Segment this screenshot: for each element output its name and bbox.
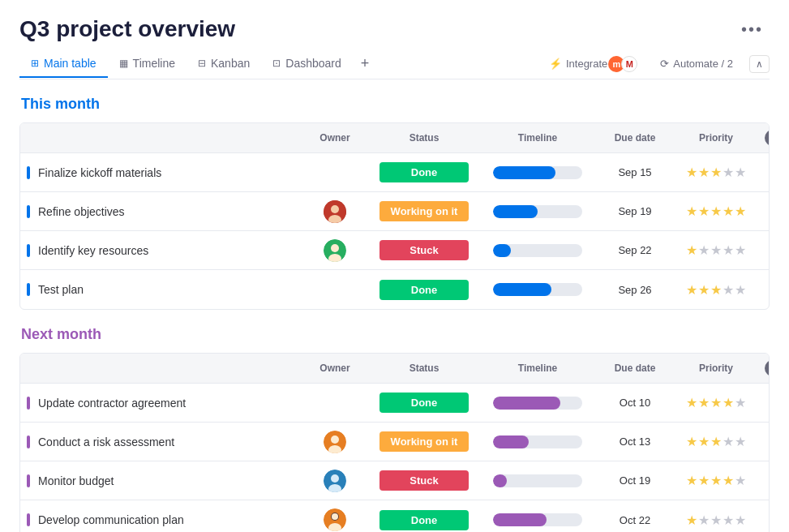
- table-row: Finalize kickoff materials Done Sep 15 ★…: [20, 153, 769, 192]
- star-1: ★: [686, 473, 697, 488]
- owner-cell: [302, 200, 367, 223]
- avatar: [324, 200, 346, 223]
- star-4: ★: [723, 204, 734, 219]
- timeline-cell: [481, 244, 594, 257]
- status-cell[interactable]: Working on it: [367, 431, 481, 452]
- star-4: ★: [723, 473, 734, 488]
- avatar-image: [324, 470, 346, 492]
- task-border: [27, 435, 30, 448]
- status-badge[interactable]: Stuck: [379, 470, 469, 491]
- next-month-header: Next month: [19, 326, 770, 343]
- star-2: ★: [698, 434, 710, 449]
- th-priority: Priority: [675, 126, 757, 150]
- avatar: [324, 508, 346, 531]
- due-date-cell: Sep 15: [594, 166, 675, 178]
- star-5: ★: [735, 434, 746, 449]
- task-border: [27, 244, 30, 257]
- star-1: ★: [686, 165, 697, 180]
- tab-timeline[interactable]: ▦ Timeline: [108, 50, 187, 78]
- table-row: Update contractor agreement Done Oct 10 …: [20, 384, 769, 423]
- task-name: Develop communication plan: [38, 513, 184, 526]
- svg-point-10: [331, 474, 339, 483]
- avatar-image: [324, 508, 346, 531]
- star-5: ★: [735, 165, 746, 180]
- timeline-bar-bg: [493, 244, 582, 257]
- star-4: ★: [723, 282, 734, 298]
- th-due-date: Due date: [594, 356, 675, 380]
- star-3: ★: [710, 282, 722, 298]
- status-badge[interactable]: Done: [379, 510, 469, 530]
- status-badge[interactable]: Working on it: [379, 201, 470, 221]
- due-date-cell: Sep 19: [594, 205, 675, 217]
- status-badge[interactable]: Stuck: [379, 240, 469, 260]
- owner-cell: [302, 239, 367, 262]
- status-badge[interactable]: Done: [379, 393, 469, 413]
- priority-cell: ★ ★ ★ ★ ★: [675, 395, 757, 410]
- tab-add-button[interactable]: +: [353, 49, 378, 79]
- star-1: ★: [686, 204, 697, 219]
- timeline-bar-bg: [493, 397, 582, 410]
- th-task: [27, 131, 302, 144]
- owner-cell: [302, 431, 367, 453]
- status-badge[interactable]: Working on it: [379, 431, 470, 452]
- add-column-button[interactable]: +: [765, 360, 770, 376]
- status-cell[interactable]: Done: [367, 162, 481, 182]
- add-column-button[interactable]: +: [765, 130, 770, 146]
- star-1: ★: [686, 434, 697, 449]
- task-name: Test plan: [38, 283, 84, 296]
- priority-cell: ★ ★ ★ ★ ★: [675, 434, 757, 449]
- timeline-cell: [481, 205, 594, 218]
- status-cell[interactable]: Done: [367, 393, 481, 413]
- star-3: ★: [710, 204, 722, 219]
- star-1: ★: [686, 242, 697, 258]
- due-date-cell: Sep 26: [594, 284, 675, 296]
- star-2: ★: [698, 204, 710, 219]
- timeline-cell: [481, 166, 594, 179]
- task-border: [27, 283, 30, 296]
- status-badge[interactable]: Done: [379, 162, 469, 182]
- task-name: Monitor budget: [38, 474, 114, 487]
- more-options-button[interactable]: •••: [735, 17, 770, 42]
- star-4: ★: [723, 165, 734, 180]
- tab-main-table[interactable]: ⊞ Main table: [19, 50, 108, 78]
- this-month-table-header: Owner Status Timeline Due date Priority …: [20, 123, 769, 153]
- status-cell[interactable]: Stuck: [367, 470, 481, 491]
- task-border: [27, 474, 30, 487]
- collapse-button[interactable]: ∧: [749, 55, 770, 73]
- star-3: ★: [710, 473, 722, 488]
- timeline-cell: [481, 397, 594, 410]
- th-status: Status: [367, 126, 481, 150]
- status-cell[interactable]: Done: [367, 510, 481, 530]
- th-status: Status: [367, 356, 481, 380]
- tab-kanban[interactable]: ⊟ Kanban: [187, 50, 261, 78]
- due-date-cell: Oct 19: [594, 474, 675, 487]
- timeline-bar-fill: [493, 244, 511, 257]
- avatar-image: [324, 239, 346, 262]
- timeline-bar-fill: [493, 435, 529, 448]
- status-badge[interactable]: Done: [379, 280, 469, 300]
- task-cell: Develop communication plan: [27, 510, 302, 530]
- automate-icon: ⟳: [660, 58, 669, 70]
- status-cell[interactable]: Working on it: [367, 201, 481, 221]
- svg-point-1: [331, 205, 339, 213]
- svg-point-7: [331, 435, 339, 444]
- status-cell[interactable]: Stuck: [367, 240, 481, 260]
- star-1: ★: [686, 513, 697, 528]
- th-add[interactable]: +: [757, 123, 770, 152]
- tab-dashboard[interactable]: ⊡ Dashboard: [261, 50, 353, 78]
- status-cell[interactable]: Done: [367, 280, 481, 300]
- th-timeline: Timeline: [481, 356, 594, 380]
- tab-kanban-label: Kanban: [211, 57, 250, 70]
- th-add[interactable]: +: [757, 354, 770, 383]
- th-owner: Owner: [302, 126, 367, 150]
- table-row: Monitor budget Stuck: [20, 461, 769, 500]
- timeline-bar-bg: [493, 205, 582, 218]
- star-2: ★: [698, 395, 710, 410]
- timeline-bar-bg: [493, 474, 582, 487]
- task-cell: Test plan: [27, 280, 302, 299]
- priority-cell: ★ ★ ★ ★ ★: [675, 242, 757, 258]
- automate-button[interactable]: ⟳ Automate / 2: [654, 54, 740, 73]
- integrate-service-icons: m M: [611, 56, 637, 72]
- integrate-button[interactable]: ⚡ Integrate m M: [542, 53, 644, 75]
- star-4: ★: [723, 395, 734, 410]
